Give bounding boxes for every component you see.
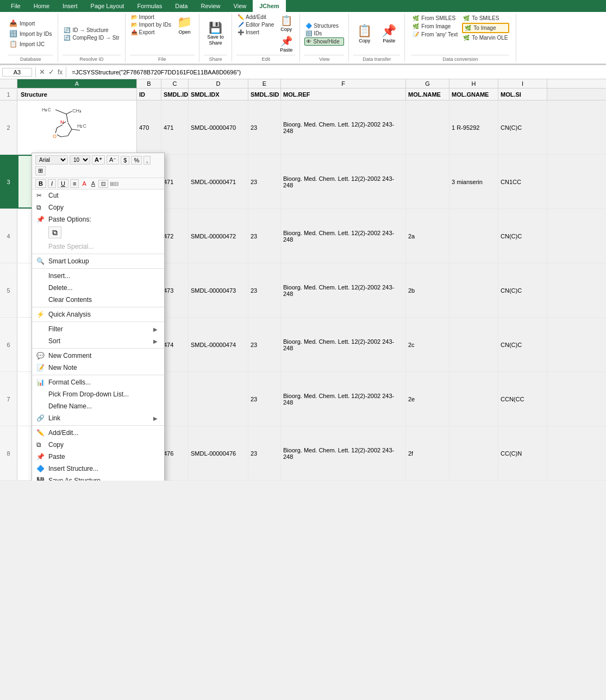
cell-7e[interactable]: 23 — [248, 372, 281, 426]
function-icon[interactable]: fx — [58, 68, 63, 76]
cell-2h[interactable]: 1 R-95292 — [449, 100, 498, 154]
cell-2c[interactable]: 471 — [161, 100, 189, 154]
cell-8c[interactable]: 476 — [161, 426, 189, 480]
col-header-i[interactable]: I — [498, 79, 547, 88]
btn-import-ijc[interactable]: 📋 Import IJC — [8, 39, 53, 49]
cell-2a[interactable]: H₃C CH₃ N O H₂C — [17, 100, 137, 154]
btn-structures[interactable]: 🔷Structures — [304, 22, 344, 29]
cell-1g[interactable]: MOL.NAME — [406, 89, 449, 100]
cell-6d[interactable]: SMDL-00000474 — [189, 318, 248, 371]
cell-6i[interactable]: CN(C)C — [498, 318, 547, 371]
cell-6c[interactable]: 474 — [161, 318, 189, 371]
ctx-format-cells[interactable]: 📊 Format Cells... — [32, 376, 164, 388]
ctx-new-note[interactable]: 📝 New Note — [32, 362, 164, 374]
btn-show-hide[interactable]: 👁Show/Hide — [304, 37, 344, 46]
cell-1e[interactable]: SMDL.SID — [248, 89, 281, 100]
cell-3i[interactable]: CN1CC — [498, 155, 547, 209]
btn-save-to-share[interactable]: 💾 Save toShare — [204, 20, 227, 48]
cell-5f[interactable]: Bioorg. Med. Chem. Lett. 12(2)-2002 243-… — [281, 263, 406, 317]
btn-import-by-ids[interactable]: 🔢 Import by IDs — [8, 29, 53, 39]
font-family-select[interactable]: Arial — [35, 155, 68, 165]
cell-2g[interactable] — [406, 100, 449, 154]
btn-ids[interactable]: 🔢IDs — [304, 30, 344, 37]
ctx-clear-contents[interactable]: Clear Contents — [32, 294, 164, 306]
cell-2i[interactable]: CN(C)C — [498, 100, 547, 154]
confirm-icon[interactable]: ✓ — [48, 68, 54, 76]
cell-8d[interactable]: SMDL-00000476 — [189, 426, 248, 480]
bold-btn[interactable]: B — [35, 179, 46, 188]
font-shrink-btn[interactable]: A⁻ — [107, 155, 119, 165]
ctx-smart-lookup[interactable]: 🔍 Smart Lookup — [32, 255, 164, 267]
ctx-paste-special[interactable]: Paste Special... — [32, 241, 164, 253]
cell-8f[interactable]: Bioorg. Med. Chem. Lett. 12(2)-2002 243-… — [281, 426, 406, 480]
font-size-select[interactable]: 10 — [70, 155, 90, 165]
btn-id-structure[interactable]: 🔄ID → Structure — [63, 27, 120, 34]
btn-file-import-ids[interactable]: 📂Import by IDs — [130, 21, 172, 28]
btn-dt-copy[interactable]: 📋 Copy — [353, 22, 376, 45]
cell-1b[interactable]: ID — [137, 89, 161, 100]
cell-5g[interactable]: 2b — [406, 263, 449, 317]
table-btn[interactable]: ⊞ — [35, 166, 46, 175]
cell-1h[interactable]: MOL.GNAME — [449, 89, 498, 100]
ctx-pick-dropdown[interactable]: Pick From Drop-down List... — [32, 388, 164, 400]
col-header-f[interactable]: F — [281, 79, 406, 88]
cell-reference[interactable]: A3 — [2, 68, 32, 77]
ctx-link[interactable]: 🔗 Link▶ — [32, 412, 164, 424]
cell-6e[interactable]: 23 — [248, 318, 281, 371]
btn-import[interactable]: 📥 Import — [8, 18, 53, 28]
ctx-insert-structure[interactable]: 🔷 Insert Structure... — [32, 463, 164, 475]
btn-from-any-text[interactable]: 📝From 'any' Text — [411, 31, 459, 38]
align-btn[interactable]: ≡ — [70, 179, 79, 188]
cell-5c[interactable]: 473 — [161, 263, 189, 317]
btn-copy[interactable]: 📋 Copy — [277, 14, 295, 33]
btn-to-marvin-ole[interactable]: 🌿To Marvin OLE — [462, 34, 509, 41]
ctx-delete[interactable]: Delete... — [32, 282, 164, 294]
btn-open[interactable]: 📁 Open — [174, 14, 195, 36]
cell-8e[interactable]: 23 — [248, 426, 281, 480]
cell-2d[interactable]: SMDL-00000470 — [189, 100, 248, 154]
italic-btn[interactable]: I — [48, 179, 56, 188]
col-header-g[interactable]: G — [406, 79, 449, 88]
currency-btn[interactable]: $ — [121, 156, 129, 165]
cell-4i[interactable]: CN(C)C — [498, 209, 547, 263]
col-header-a[interactable]: A — [17, 79, 137, 88]
ctx-save-as-structure[interactable]: 💾 Save As Structure... — [32, 475, 164, 481]
col-header-d[interactable]: D — [189, 79, 248, 88]
ctx-insert[interactable]: Insert... — [32, 270, 164, 282]
cell-6g[interactable]: 2c — [406, 318, 449, 371]
col-header-e[interactable]: E — [248, 79, 281, 88]
tab-jchem[interactable]: JChem — [253, 0, 286, 12]
ctx-add-edit[interactable]: ✏️ Add/Edit... — [32, 427, 164, 439]
tab-page-layout[interactable]: Page Layout — [84, 0, 131, 12]
percent-btn[interactable]: % — [131, 156, 142, 165]
tab-home[interactable]: Home — [27, 0, 56, 12]
btn-export[interactable]: 📤Export — [130, 29, 172, 36]
cell-4e[interactable]: 23 — [248, 209, 281, 263]
btn-to-smiles[interactable]: 🌿To SMILES — [462, 15, 509, 22]
cell-4c[interactable]: 472 — [161, 209, 189, 263]
cell-3h[interactable]: 3 mianserin — [449, 155, 498, 209]
btn-add-edit[interactable]: ✏️Add/Edit — [236, 14, 275, 21]
tab-view[interactable]: View — [227, 0, 253, 12]
tab-formulas[interactable]: Formulas — [130, 0, 168, 12]
ctx-copy2[interactable]: ⧉ Copy — [32, 439, 164, 451]
cell-4d[interactable]: SMDL-00000472 — [189, 209, 248, 263]
cell-2e[interactable]: 23 — [248, 100, 281, 154]
tab-data[interactable]: Data — [168, 0, 194, 12]
cancel-icon[interactable]: ✕ — [39, 68, 45, 76]
ctx-quick-analysis[interactable]: ⚡ Quick Analysis — [32, 308, 164, 320]
ctx-filter[interactable]: Filter▶ — [32, 323, 164, 335]
btn-compreg[interactable]: 🔄CompReg ID → Str — [63, 34, 120, 41]
cell-5h[interactable] — [449, 263, 498, 317]
cell-4h[interactable] — [449, 209, 498, 263]
paste-icon-1[interactable]: ⧉ — [48, 226, 61, 238]
cell-2f[interactable]: Bioorg. Med. Chem. Lett. 12(2)-2002 243-… — [281, 100, 406, 154]
font-grow-btn[interactable]: A⁺ — [92, 155, 105, 165]
btn-file-import[interactable]: 📂Import — [130, 14, 172, 21]
btn-to-image[interactable]: 🌿To Image — [462, 23, 509, 33]
cell-1f[interactable]: MOL.REF — [281, 89, 406, 100]
btn-from-image[interactable]: 🌿From Image — [411, 23, 459, 30]
cell-1d[interactable]: SMDL.IDX — [189, 89, 248, 100]
cell-6f[interactable]: Bioorg. Med. Chem. Lett. 12(2)-2002 243-… — [281, 318, 406, 371]
cell-6h[interactable] — [449, 318, 498, 371]
